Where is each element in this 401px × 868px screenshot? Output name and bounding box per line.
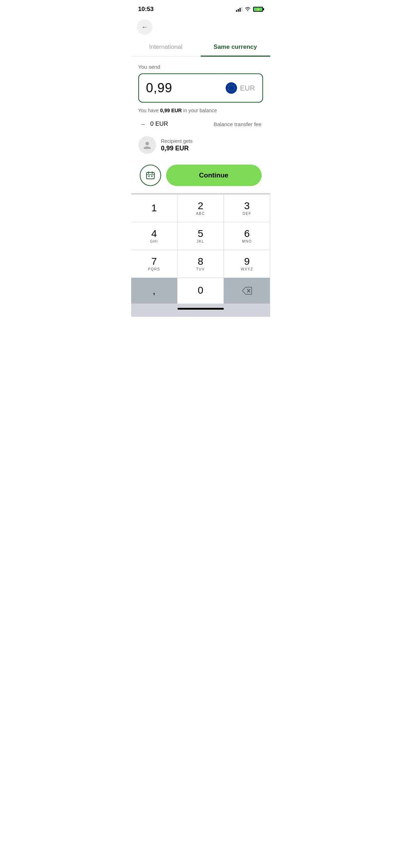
currency-selector[interactable]: EUR <box>226 82 255 94</box>
signal-icon <box>236 7 242 12</box>
numpad-key-4[interactable]: 4 GHI <box>131 222 177 250</box>
schedule-button[interactable] <box>140 165 161 186</box>
status-time: 10:53 <box>138 6 154 13</box>
numpad-key-comma[interactable]: , <box>131 278 177 304</box>
numpad-key-backspace[interactable] <box>224 278 270 304</box>
svg-point-0 <box>247 10 248 11</box>
numpad-key-7[interactable]: 7 PQRS <box>131 250 177 278</box>
recipient-gets-label: Recipient gets <box>161 138 193 144</box>
battery-icon: ⚡ <box>253 7 263 12</box>
numpad-key-6[interactable]: 6 MNO <box>224 222 270 250</box>
numpad-key-9[interactable]: 9 WXYZ <box>224 250 270 278</box>
wifi-icon <box>245 6 251 12</box>
main-content: You send 0,99 <box>131 64 270 193</box>
tab-same-currency[interactable]: Same currency <box>201 38 270 57</box>
continue-button[interactable]: Continue <box>166 165 262 186</box>
amount-input-box[interactable]: 0,99 EU <box>138 73 263 103</box>
home-indicator <box>131 304 270 317</box>
fee-row: – 0 EUR Balance transfer fee <box>138 120 263 128</box>
numpad-key-8[interactable]: 8 TUV <box>178 250 223 278</box>
amount-value: 0,99 <box>146 81 173 95</box>
numpad-key-2[interactable]: 2 ABC <box>178 195 223 222</box>
svg-point-1 <box>226 82 237 94</box>
you-send-label: You send <box>138 64 263 70</box>
numpad: 1 2 ABC 3 DEF 4 GHI 5 JKL 6 MNO 7 PQRS 8 <box>131 193 270 304</box>
numpad-key-3[interactable]: 3 DEF <box>224 195 270 222</box>
balance-info: You have 0,99 EUR in your balance <box>138 108 263 113</box>
numpad-grid: 1 2 ABC 3 DEF 4 GHI 5 JKL 6 MNO 7 PQRS 8 <box>131 195 270 304</box>
recipient-info: Recipient gets 0,99 EUR <box>161 138 193 152</box>
back-arrow-icon: ← <box>142 24 148 31</box>
backspace-icon <box>242 287 252 295</box>
back-btn-container: ← <box>131 16 270 38</box>
home-bar <box>178 308 224 310</box>
calendar-icon <box>146 171 155 179</box>
fee-amount: 0 EUR <box>150 120 168 128</box>
action-row: Continue <box>138 165 263 193</box>
svg-rect-20 <box>151 176 153 177</box>
recipient-row: Recipient gets 0,99 EUR <box>138 136 263 154</box>
person-icon <box>143 140 152 150</box>
recipient-amount: 0,99 EUR <box>161 145 193 152</box>
tab-bar: International Same currency <box>131 38 270 57</box>
fee-label: Balance transfer fee <box>214 121 261 127</box>
svg-rect-19 <box>148 176 150 177</box>
recipient-avatar <box>138 136 156 154</box>
status-bar: 10:53 ⚡ <box>131 0 270 16</box>
balance-amount: 0,99 EUR <box>160 108 182 113</box>
numpad-key-1[interactable]: 1 <box>131 195 177 222</box>
numpad-key-0[interactable]: 0 <box>178 278 223 304</box>
tab-international[interactable]: International <box>131 38 201 57</box>
minus-icon: – <box>140 120 147 128</box>
numpad-key-5[interactable]: 5 JKL <box>178 222 223 250</box>
back-button[interactable]: ← <box>137 19 153 35</box>
currency-code: EUR <box>240 84 255 92</box>
svg-point-14 <box>145 142 149 145</box>
svg-rect-15 <box>146 172 154 179</box>
status-icons: ⚡ <box>236 6 263 12</box>
eu-flag-icon <box>226 82 237 94</box>
